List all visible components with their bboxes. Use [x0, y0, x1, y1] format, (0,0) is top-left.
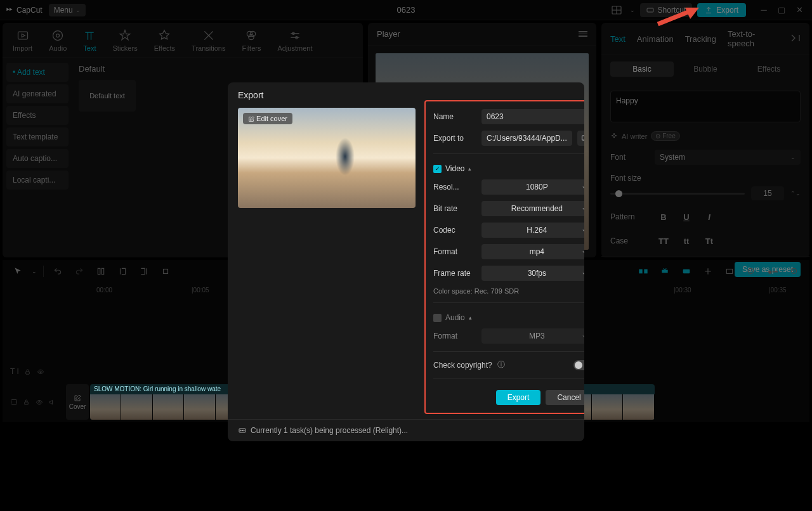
- audio-format-select: MP3: [481, 328, 584, 344]
- audio-section-header[interactable]: Audio ▴: [433, 313, 584, 322]
- svg-point-34: [240, 430, 242, 431]
- svg-point-36: [244, 430, 245, 431]
- codec-select[interactable]: H.264: [481, 223, 584, 238]
- cover-preview: Edit cover: [238, 108, 416, 208]
- copyright-toggle[interactable]: [573, 360, 584, 370]
- audio-format-label: Format: [433, 332, 476, 340]
- codec-label: Codec: [433, 226, 476, 235]
- copyright-label: Check copyright?: [433, 361, 492, 370]
- dialog-export-button[interactable]: Export: [496, 390, 541, 405]
- dialog-cancel-button[interactable]: Cancel: [546, 390, 584, 405]
- audio-checkbox[interactable]: [433, 314, 442, 322]
- tasks-status: Currently 1 task(s) being processed (Rel…: [238, 426, 408, 435]
- framerate-label: Frame rate: [433, 269, 476, 278]
- framerate-select[interactable]: 30fps: [481, 266, 584, 281]
- video-section-header[interactable]: ✓ Video ▴: [433, 164, 584, 173]
- edit-cover-button[interactable]: Edit cover: [243, 113, 292, 124]
- export-to-input[interactable]: C:/Users/93444/AppD...: [481, 131, 572, 146]
- modal-overlay: Export Edit cover Name 0623 Export to: [0, 0, 812, 511]
- video-checkbox[interactable]: ✓: [433, 165, 442, 173]
- color-space-note: Color space: Rec. 709 SDR: [433, 287, 584, 295]
- resolution-label: Resol...: [433, 183, 476, 191]
- bitrate-select[interactable]: Recommended: [481, 201, 584, 216]
- name-input[interactable]: 0623: [481, 109, 584, 124]
- bitrate-label: Bit rate: [433, 204, 476, 213]
- export-to-label: Export to: [433, 134, 476, 143]
- export-dialog: Export Edit cover Name 0623 Export to: [228, 82, 584, 441]
- format-select[interactable]: mp4: [481, 244, 584, 259]
- svg-point-35: [242, 430, 243, 431]
- clip-label: SLOW MOTION: Girl running in shallow wat…: [94, 385, 221, 392]
- help-icon[interactable]: ⓘ: [497, 359, 505, 370]
- name-label: Name: [433, 112, 476, 121]
- folder-button[interactable]: [577, 131, 584, 146]
- resolution-select[interactable]: 1080P: [481, 179, 584, 195]
- format-label: Format: [433, 247, 476, 256]
